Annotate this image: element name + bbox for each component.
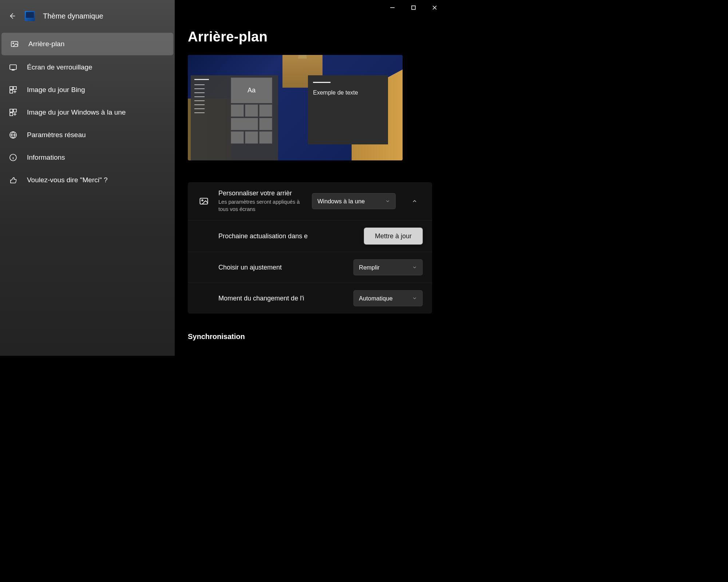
- app-title: Thème dynamique: [43, 12, 103, 20]
- svg-rect-8: [13, 109, 16, 112]
- close-icon: [432, 5, 437, 10]
- setting-subtitle: Les paramètres seront appliqués à tous v…: [218, 199, 304, 213]
- back-button[interactable]: [7, 11, 17, 21]
- setting-title: Personnaliser votre arrièr: [218, 190, 304, 197]
- info-icon: [8, 152, 18, 163]
- page-title: Arrière-plan: [188, 29, 432, 45]
- window-controls: [382, 0, 445, 15]
- background-type-dropdown[interactable]: Windows à la une: [312, 193, 396, 209]
- tiles-icon: [8, 107, 18, 117]
- sidebar-item-label: Image du jour Bing: [27, 86, 85, 94]
- sidebar-item-label: Informations: [27, 154, 65, 162]
- sidebar-item-background[interactable]: Arrière-plan: [1, 33, 173, 55]
- sidebar-header: Thème dynamique: [0, 0, 175, 32]
- chevron-down-icon: [412, 265, 417, 270]
- setting-choose-fit: Choisir un ajustement Remplir: [188, 252, 432, 283]
- setting-title: Prochaine actualisation dans e: [218, 232, 356, 240]
- sidebar-item-lockscreen[interactable]: Écran de verrouillage: [0, 56, 175, 79]
- dropdown-value: Windows à la une: [317, 198, 365, 205]
- svg-rect-6: [10, 90, 13, 93]
- maximize-button[interactable]: [403, 0, 424, 15]
- svg-rect-0: [11, 41, 18, 47]
- sidebar-item-label: Écran de verrouillage: [27, 63, 92, 71]
- sync-heading: Synchronisation: [188, 332, 432, 341]
- lockscreen-icon: [8, 62, 18, 72]
- thumbs-up-icon: [8, 175, 18, 185]
- image-icon: [9, 39, 20, 49]
- sidebar-item-network[interactable]: Paramètres réseau: [0, 124, 175, 146]
- app-icon: [25, 11, 35, 21]
- svg-rect-9: [10, 113, 13, 116]
- tiles-icon: [8, 85, 18, 95]
- svg-rect-5: [13, 87, 16, 89]
- preview-sample-text: Exemple de texte: [313, 89, 383, 96]
- dropdown-value: Remplir: [359, 264, 380, 271]
- preview-tile-aa: Aa: [231, 77, 272, 103]
- sidebar-item-label: Paramètres réseau: [27, 131, 86, 139]
- sidebar-item-info[interactable]: Informations: [0, 146, 175, 169]
- setting-change-moment: Moment du changement de l'i Automatique: [188, 283, 432, 314]
- chevron-down-icon: [385, 199, 390, 204]
- image-icon: [197, 195, 210, 208]
- svg-rect-3: [12, 69, 14, 70]
- globe-icon: [8, 130, 18, 140]
- svg-rect-18: [200, 198, 208, 204]
- fit-dropdown[interactable]: Remplir: [353, 259, 423, 275]
- svg-rect-4: [10, 87, 13, 89]
- maximize-icon: [411, 5, 416, 10]
- setting-title: Moment du changement de l'i: [218, 295, 345, 302]
- minimize-button[interactable]: [382, 0, 403, 15]
- sidebar-item-thanks[interactable]: Voulez-vous dire "Merci" ?: [0, 169, 175, 191]
- settings-card: Personnaliser votre arrièr Les paramètre…: [188, 182, 432, 314]
- svg-point-19: [202, 200, 203, 201]
- dropdown-value: Automatique: [359, 295, 393, 302]
- svg-rect-15: [412, 6, 415, 9]
- chevron-up-icon: [412, 198, 418, 204]
- update-button[interactable]: Mettre à jour: [364, 228, 423, 244]
- sidebar-item-spotlight[interactable]: Image du jour Windows à la une: [0, 101, 175, 124]
- svg-rect-2: [10, 65, 16, 69]
- expand-toggle[interactable]: [407, 193, 423, 209]
- svg-point-1: [13, 43, 14, 44]
- close-button[interactable]: [424, 0, 445, 15]
- change-moment-dropdown[interactable]: Automatique: [353, 290, 423, 306]
- preview-start-menu: Aa: [191, 75, 278, 160]
- main-content: Arrière-plan Aa Exemple de texte: [175, 0, 445, 356]
- chevron-down-icon: [412, 296, 417, 301]
- sidebar-item-bing[interactable]: Image du jour Bing: [0, 79, 175, 101]
- sidebar: Thème dynamique Arrière-plan Écran de ve…: [0, 0, 175, 356]
- preview-popup: Exemple de texte: [308, 75, 388, 144]
- setting-next-refresh: Prochaine actualisation dans e Mettre à …: [188, 220, 432, 252]
- minimize-icon: [390, 5, 395, 10]
- setting-personalize-background: Personnaliser votre arrièr Les paramètre…: [188, 182, 432, 220]
- svg-rect-7: [10, 109, 13, 112]
- sidebar-item-label: Arrière-plan: [28, 40, 64, 48]
- desktop-preview: Aa Exemple de texte: [188, 55, 403, 160]
- sidebar-item-label: Voulez-vous dire "Merci" ?: [27, 176, 108, 184]
- arrow-left-icon: [8, 12, 16, 20]
- sidebar-nav: Arrière-plan Écran de verrouillage Image…: [0, 32, 175, 191]
- setting-title: Choisir un ajustement: [218, 264, 345, 271]
- sidebar-item-label: Image du jour Windows à la une: [27, 108, 126, 116]
